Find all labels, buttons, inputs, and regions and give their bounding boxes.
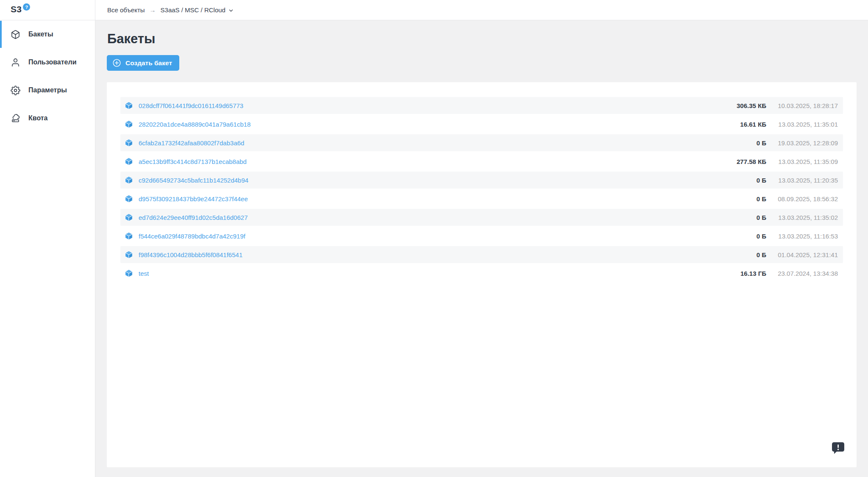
bucket-size: 0 Б — [757, 251, 766, 258]
bucket-row: c92d665492734c5bafc11b14252d4b94 0 Б 13.… — [120, 172, 843, 189]
bucket-row: test 16.13 ГБ 23.07.2024, 13:34:38 — [120, 265, 843, 282]
bucket-cube-icon — [125, 157, 133, 166]
sidebar-item-buckets[interactable]: Бакеты — [0, 20, 95, 48]
logo-row: S3 ? — [0, 0, 95, 20]
create-bucket-button[interactable]: Создать бакет — [107, 55, 179, 71]
sidebar-item-label: Параметры — [28, 86, 67, 94]
bucket-size: 0 Б — [757, 195, 766, 202]
sidebar-nav: Бакеты Пользователи Па — [0, 20, 95, 132]
bucket-name-link[interactable]: ed7d624e29ee40ff91d02c5da16d0627 — [139, 214, 248, 221]
create-bucket-label: Создать бакет — [125, 59, 172, 67]
feedback-bubble-button[interactable] — [831, 441, 845, 455]
sidebar-item-users[interactable]: Пользователи — [0, 48, 95, 76]
bucket-size: 0 Б — [757, 233, 766, 240]
bucket-size: 0 Б — [757, 214, 766, 221]
bucket-name-link[interactable]: 028dcff7f061441f9dc0161149d65773 — [139, 102, 243, 109]
bucket-list: 028dcff7f061441f9dc0161149d65773 306.35 … — [120, 97, 843, 282]
page-title: Бакеты — [107, 31, 857, 47]
settings-gear-icon — [11, 86, 20, 95]
bucket-name-link[interactable]: a5ec13b9ff3c414c8d7137b1ecab8abd — [139, 158, 247, 165]
bucket-cube-icon — [125, 232, 133, 240]
bucket-modified-date: 13.03.2025, 11:35:09 — [772, 158, 839, 165]
content-area: Бакеты Создать бакет 028dc — [95, 20, 868, 477]
bucket-cube-icon — [125, 101, 133, 110]
bucket-row: f98f4396c1004d28bbb5f6f0841f6541 0 Б 01.… — [120, 246, 843, 263]
sidebar-item-label: Квота — [28, 114, 48, 122]
bucket-row: ed7d624e29ee40ff91d02c5da16d0627 0 Б 13.… — [120, 209, 843, 226]
chevron-down-icon — [228, 8, 234, 14]
buckets-cube-icon — [11, 30, 20, 39]
bucket-modified-date: 13.03.2025, 11:20:35 — [772, 177, 839, 184]
bucket-cube-icon — [125, 250, 133, 259]
sidebar-item-label: Бакеты — [28, 31, 53, 38]
app-root: S3 ? Бакеты — [0, 0, 868, 477]
bucket-modified-date: 19.03.2025, 12:28:09 — [772, 139, 839, 147]
main-area: Все объекты → S3aaS / MSC / RCloud Бакет… — [95, 0, 868, 477]
quota-cloud-icon — [11, 114, 20, 123]
bucket-cube-icon — [125, 213, 133, 222]
bucket-row: 028dcff7f061441f9dc0161149d65773 306.35 … — [120, 97, 843, 114]
bucket-name-link[interactable]: test — [139, 270, 149, 277]
breadcrumb-root-link[interactable]: Все объекты — [107, 6, 145, 14]
bucket-cube-icon — [125, 120, 133, 128]
bucket-name-link[interactable]: d9575f309218437bb9e24472c37f44ee — [139, 195, 248, 202]
project-selector[interactable]: S3aaS / MSC / RCloud — [161, 6, 234, 14]
bucket-modified-date: 13.03.2025, 11:35:02 — [772, 214, 839, 221]
plus-circle-icon — [112, 58, 121, 67]
bucket-row: d9575f309218437bb9e24472c37f44ee 0 Б 08.… — [120, 190, 843, 207]
bucket-name-link[interactable]: c92d665492734c5bafc11b14252d4b94 — [139, 177, 248, 184]
bucket-row: f544ce6a029f48789bdbc4d7a42c919f 0 Б 13.… — [120, 227, 843, 244]
bucket-modified-date: 08.09.2025, 18:56:32 — [772, 195, 839, 202]
bucket-modified-date: 13.03.2025, 11:35:01 — [772, 121, 839, 128]
bucket-row: a5ec13b9ff3c414c8d7137b1ecab8abd 277.58 … — [120, 153, 843, 170]
help-icon[interactable]: ? — [23, 3, 30, 11]
app-logo[interactable]: S3 — [11, 4, 22, 15]
sidebar: S3 ? Бакеты — [0, 0, 95, 477]
bucket-modified-date: 23.07.2024, 13:34:38 — [772, 270, 839, 277]
bucket-name-link[interactable]: 2820220a1dce4a8889c041a79a61cb18 — [139, 121, 250, 128]
bucket-modified-date: 10.03.2025, 18:28:17 — [772, 102, 839, 109]
breadcrumb-arrow-icon: → — [150, 6, 156, 14]
sidebar-item-settings[interactable]: Параметры — [0, 76, 95, 104]
bucket-size: 306.35 КБ — [737, 102, 766, 109]
bucket-size: 16.61 КБ — [740, 121, 766, 128]
bucket-cube-icon — [125, 194, 133, 203]
bucket-size: 0 Б — [757, 177, 766, 184]
bucket-name-link[interactable]: 6cfab2a1732f42afaa80802f7dab3a6d — [139, 139, 244, 147]
bucket-cube-icon — [125, 139, 133, 147]
breadcrumb-current: S3aaS / MSC / RCloud — [161, 6, 225, 14]
sidebar-item-label: Пользователи — [28, 58, 76, 66]
bucket-modified-date: 13.03.2025, 11:16:53 — [772, 233, 839, 240]
bucket-cube-icon — [125, 269, 133, 277]
bucket-modified-date: 01.04.2025, 12:31:41 — [772, 251, 839, 258]
bucket-list-card: 028dcff7f061441f9dc0161149d65773 306.35 … — [107, 82, 857, 467]
bucket-size: 16.13 ГБ — [740, 270, 766, 277]
bucket-size: 0 Б — [757, 139, 766, 147]
users-icon — [11, 58, 20, 67]
bucket-name-link[interactable]: f98f4396c1004d28bbb5f6f0841f6541 — [139, 251, 242, 258]
bucket-row: 6cfab2a1732f42afaa80802f7dab3a6d 0 Б 19.… — [120, 134, 843, 151]
bucket-cube-icon — [125, 176, 133, 184]
bucket-name-link[interactable]: f544ce6a029f48789bdbc4d7a42c919f — [139, 233, 245, 240]
bucket-row: 2820220a1dce4a8889c041a79a61cb18 16.61 К… — [120, 116, 843, 133]
breadcrumb-bar: Все объекты → S3aaS / MSC / RCloud — [95, 0, 868, 20]
bucket-size: 277.58 КБ — [737, 158, 766, 165]
sidebar-item-quota[interactable]: Квота — [0, 104, 95, 132]
